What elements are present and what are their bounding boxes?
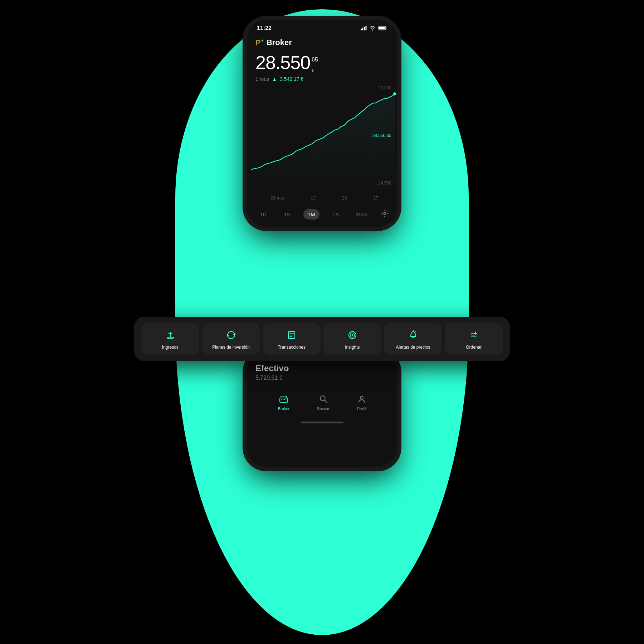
buscar-icon [319,395,327,405]
insights-icon [347,330,358,342]
value-main: 28.550 65 € [255,53,389,73]
chart-y-bottom: 24.500 [372,181,391,186]
bottom-phone: Efectivo 5.729,61 € Broker [247,353,397,467]
planes-label: Planes de inversión [212,345,250,350]
chart-x-2: 13 [311,196,316,201]
chart-area: 29.000 28.550,65 24.500 [247,82,397,203]
chart-y-mid: 28.550,65 [372,133,391,138]
ingresos-icon [165,330,176,342]
action-ingresos[interactable]: Ingresos [141,323,199,355]
svg-point-15 [352,334,353,336]
ingresos-label: Ingresos [162,345,179,350]
value-large: 28.550 [255,53,310,72]
wifi-icon [369,26,376,31]
svg-line-19 [325,400,327,403]
battery-icon [378,26,387,30]
app-header: P+ Broker [247,34,397,50]
svg-point-20 [360,396,363,399]
action-planes[interactable]: Planes de inversión [202,323,260,355]
perfil-label: Perfil [357,407,366,411]
svg-rect-0 [361,29,362,30]
nav-buscar[interactable]: Buscar [317,395,330,411]
chart-y-labels: 29.000 28.550,65 24.500 [372,85,391,186]
svg-rect-5 [379,27,385,30]
action-insights[interactable]: Insights [323,323,381,355]
ordenar-icon [468,330,479,342]
broker-label: Broker [278,407,289,411]
value-change: 1 mes ▲ 3.542,17 € [247,75,397,82]
chart-settings-button[interactable] [381,210,389,219]
svg-point-6 [393,92,396,95]
buscar-label: Buscar [317,407,330,411]
tab-1m[interactable]: 1M [303,209,319,220]
value-decimal: 65 [312,57,318,63]
logo-icon: P+ [255,38,264,48]
svg-point-7 [384,212,386,215]
efectivo-value: 5.729,61 € [255,375,389,381]
home-indicator [301,422,343,423]
chart-x-3: 20 [342,196,347,201]
perfil-icon [358,395,366,405]
svg-rect-1 [362,28,364,30]
action-card: Ingresos Planes de inversión [134,317,510,361]
change-indicator: ▲ [272,76,277,82]
svg-rect-3 [366,26,367,30]
ordenar-label: Ordenar [466,345,482,350]
tab-1s[interactable]: 1S [279,209,294,220]
status-bar: 11:22 [247,20,397,34]
status-icons [361,26,387,31]
nav-perfil[interactable]: Perfil [357,395,366,411]
tab-1a[interactable]: 1A [328,209,343,220]
time-tabs: 1D 1S 1M 1A MAX [247,203,397,227]
svg-rect-8 [167,337,174,338]
chart-x-1: 06 mar [271,196,284,201]
tab-1d[interactable]: 1D [255,209,271,220]
change-amount: 3.542,17 € [280,76,303,82]
bottom-phone-screen: Efectivo 5.729,61 € Broker [247,353,397,423]
app-title: Broker [267,38,292,47]
tab-max[interactable]: MAX [352,209,372,220]
nav-broker[interactable]: Broker [278,395,289,411]
status-time: 11:22 [257,25,272,31]
action-alertas[interactable]: Alertas de precios [384,323,442,355]
action-transacciones[interactable]: Transacciones [263,323,321,355]
alertas-icon [408,330,419,342]
period-label: 1 mes [255,76,269,82]
alertas-label: Alertas de precios [396,345,430,350]
svg-rect-2 [364,27,365,31]
phone-screen: P+ Broker 28.550 65 € 1 mes ▲ 3.542,17 € [247,34,397,227]
planes-icon [226,330,236,342]
chart-x-4: 27 [374,196,378,201]
portfolio-value: 28.550 65 € [247,50,397,75]
bottom-nav: Broker Buscar [255,390,389,418]
transacciones-icon [286,330,297,342]
signal-icon [361,26,367,30]
broker-icon [279,395,288,405]
main-phone: 11:22 [247,20,397,227]
insights-label: Insights [345,345,360,350]
value-currency: € [312,68,314,73]
chart-y-top: 29.000 [372,85,391,90]
chart-x-labels: 06 mar 13 20 27 [247,194,397,201]
action-ordenar[interactable]: Ordenar [445,323,503,355]
efectivo-title: Efectivo [255,363,389,373]
transacciones-label: Transacciones [278,345,306,350]
